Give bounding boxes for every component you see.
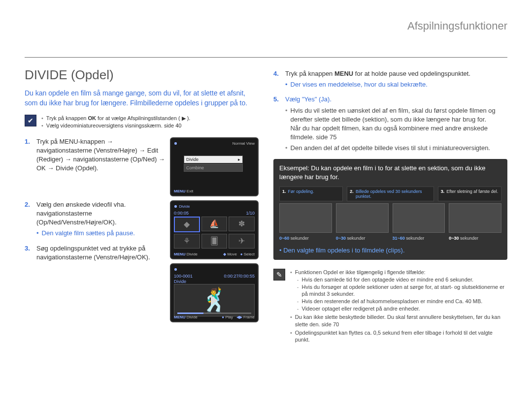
step5-sub1: Hvis du vil slette en uønsket del af en … [285,106,507,142]
example-text: Du kan opdele en film i to for at slette… [279,164,485,181]
step4-number: 4. [273,69,281,89]
lcd2-divide: Divide [187,252,198,256]
step2-body: Vælg den ønskede videofil vha. navigatio… [36,201,126,226]
example-thumb [449,203,501,233]
lcd1-divide: Divide [186,157,199,162]
thumbnail: ⚘ [174,234,200,249]
lcd3-frame: Frame [243,315,255,319]
example-thumb [279,203,332,233]
ex-label2-t: Billede opdeles ved 30 sekunders punktet… [356,189,431,199]
footer-bul1: Du kan ikke slette beskyttede billeder. … [295,313,507,328]
thumbnail: ◆ [174,217,200,232]
lcd1-title: Normal View [233,141,255,146]
lcd-screenshot-2: ⏺ Divide 0:00:05 1/10 ◆ ⛵ ✽ ⚘ 🂠 [170,200,259,259]
ex-label2-n: 2. [350,189,354,199]
rec-icon: ⏺ [174,141,178,146]
thumbnail: ✈ [229,234,255,249]
info-line2: Vælg videominiatureoversigtens visningss… [46,122,182,129]
header-rule [25,57,507,58]
play-icon [211,295,218,305]
step4-body: Tryk på knappen MENU for at holde pause … [285,70,470,77]
footer-dash3: Hvis den resterende del af hukommelsespl… [302,298,507,305]
footer-bul2: Opdelingspunktet kan flyttes ca. 0,5 sek… [295,329,507,344]
ex-time3-r: 31~60 [393,236,405,241]
step5-number: 5. [273,95,281,153]
lcd3-label: Divide [174,279,255,284]
thumbnail: ✽ [229,217,255,231]
thumbnail: ⛵ [201,217,228,231]
example-thumb [336,203,389,233]
lcd1-menu-label: MENU [174,189,186,193]
lcd3-time: 0:00:27/0:00:55 [224,274,255,279]
intro-text: Du kan opdele en film så mange gange, so… [25,89,259,108]
ex-label1-n: 1. [282,189,286,199]
rec-icon: ⏺ [174,204,178,209]
lcd2-menu: MENU [174,252,186,256]
example-lead: Eksempel: [279,164,309,172]
lcd1-combine: Combine [186,165,204,170]
footer-intro: Funktionen Opdel er ikke tilgængelig i f… [295,269,507,276]
lcd2-move: Move [227,252,237,256]
ex-time2-r: 0~30 [336,236,346,241]
step4-sub: Der vises en meddelelse, hvor du skal be… [285,80,507,89]
lcd2-counter: 1/10 [246,211,255,216]
lcd-screenshot-1: ⏺ Normal View Divide▸ Combine MENU Exit [170,137,259,196]
left-column: DIVIDE (Opdel) Du kan opdele en film så … [25,63,259,344]
ex-time4-u: sekunder [460,236,478,241]
example-panel: Eksempel: Du kan opdele en film i to for… [273,159,507,260]
rec-icon: ⏺ [174,267,178,272]
thumbnail: 🂠 [201,234,228,249]
ex-label1-t: Før opdeling. [288,189,314,199]
lcd2-time: 0:00:05 [174,211,189,216]
step2-number: 2. [25,200,33,238]
footer-dash1: Hvis den samlede tid for den optagede vi… [302,276,507,283]
lcd2-title: Divide [179,204,190,209]
step1-number: 1. [25,137,33,173]
info-note: ✔ Tryk på knappen OK for at vælge Afspil… [25,115,259,129]
ex-time1-u: sekunder [291,236,309,241]
ex-label3-n: 3. [441,189,445,199]
lcd3-file: 100-0001 [174,274,193,279]
right-column: 4. Tryk på knappen MENU for at holde pau… [273,63,507,344]
check-icon: ✔ [25,115,36,126]
lcd1-exit: Exit [187,189,193,193]
example-caption: Den valgte film opdeles i to filmdele (c… [279,247,501,254]
lcd3-play: Play [225,315,233,319]
step5-body: Vælg "Yes" (Ja). [285,95,332,103]
page-title: DIVIDE (Opdel) [25,67,259,83]
ex-time2-u: sekunder [347,236,366,241]
ex-time3-u: sekunder [406,236,424,241]
lcd-screenshot-3: ⏺ 100-0001 0:00:27/0:00:55 Divide 🕺 [170,263,259,322]
step1-body: Tryk på MENU-knappen → navigationstaster… [36,137,165,173]
footer-note: ✎ Funktionen Opdel er ikke tilgængelig i… [273,269,507,344]
step3-number: 3. [25,244,33,262]
lcd3-divide: Divide [187,315,198,319]
ex-label3-t: Efter sletning af første del. [446,189,498,199]
info-line1: Tryk på knappen OK for at vælge Afspilni… [46,115,191,122]
chevron-right-icon: ▸ [238,157,240,162]
ex-time4-r: 0~30 [449,236,459,241]
lcd3-menu: MENU [174,315,186,319]
step2-sub: Den valgte film sættes på pause. [36,229,165,238]
step5-sub2: Den anden del af det opdelte billede vis… [285,144,507,153]
example-thumb [393,203,445,233]
lcd2-select: Select [244,252,255,256]
page-header: Afspilningsfunktioner [25,20,507,32]
pencil-note-icon: ✎ [273,269,285,281]
ex-time1-r: 0~60 [279,236,289,241]
step3-body: Søg opdelingspunktet ved at trykke på na… [36,244,165,262]
footer-dash4: Videoer optaget eller redigeret på andre… [302,305,507,313]
footer-dash2: Hvis du forsøger at opdele sektioner ude… [302,283,507,298]
